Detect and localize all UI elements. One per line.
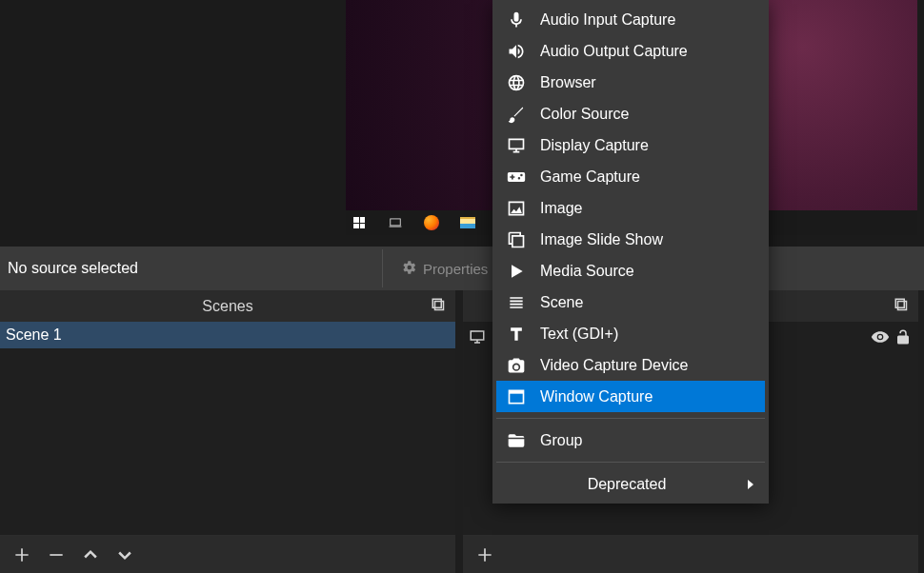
menu-label: Media Source — [540, 263, 634, 280]
file-explorer-icon[interactable] — [458, 213, 477, 232]
camera-icon — [506, 355, 527, 376]
panels-row: Scenes Scene 1 Sources — [0, 290, 924, 573]
menu-item-media-source[interactable]: Media Source — [496, 255, 765, 286]
list-icon — [506, 292, 527, 313]
add-source-button[interactable] — [471, 541, 499, 569]
monitor-icon — [506, 135, 527, 156]
preview-area — [0, 0, 924, 247]
menu-label: Image — [540, 200, 582, 217]
separator — [382, 249, 383, 287]
scenes-panel: Scenes Scene 1 — [0, 290, 455, 573]
properties-button[interactable]: Properties — [391, 253, 497, 285]
text-icon — [506, 324, 527, 345]
menu-label: Color Source — [540, 106, 629, 123]
globe-icon — [506, 72, 527, 93]
slides-icon — [506, 229, 527, 250]
scenes-header: Scenes — [0, 290, 455, 322]
menu-label: Browser — [540, 74, 596, 91]
menu-item-game-capture[interactable]: Game Capture — [496, 161, 765, 192]
add-source-menu: Audio Input CaptureAudio Output CaptureB… — [492, 0, 769, 504]
menu-item-display-capture[interactable]: Display Capture — [496, 129, 765, 161]
menu-label: Window Capture — [540, 388, 653, 405]
gear-icon — [400, 259, 417, 279]
menu-item-audio-output-capture[interactable]: Audio Output Capture — [496, 35, 765, 67]
menu-item-video-capture-device[interactable]: Video Capture Device — [496, 349, 765, 381]
status-bar: No source selected Properties — [0, 247, 924, 290]
menu-item-window-capture[interactable]: Window Capture — [496, 381, 765, 412]
no-source-selected-label: No source selected — [0, 260, 374, 277]
menu-item-image-slide-show[interactable]: Image Slide Show — [496, 224, 765, 255]
menu-separator — [496, 462, 765, 463]
menu-item-deprecated[interactable]: Deprecated — [496, 468, 765, 500]
float-icon[interactable] — [431, 297, 448, 314]
windows-start-icon[interactable] — [350, 213, 369, 232]
menu-item-image[interactable]: Image — [496, 192, 765, 224]
chevron-right-icon — [748, 480, 753, 489]
speaker-icon — [506, 41, 527, 62]
menu-separator — [496, 418, 765, 419]
add-scene-button[interactable] — [8, 541, 36, 569]
remove-scene-button[interactable] — [42, 541, 70, 569]
move-scene-down-button[interactable] — [110, 541, 139, 569]
visibility-toggle[interactable] — [869, 327, 892, 346]
lock-toggle[interactable] — [892, 328, 914, 346]
menu-item-audio-input-capture[interactable]: Audio Input Capture — [496, 4, 765, 35]
scenes-title: Scenes — [202, 298, 252, 315]
move-scene-up-button[interactable] — [76, 541, 105, 569]
scene-item[interactable]: Scene 1 — [0, 322, 455, 348]
menu-label: Display Capture — [540, 137, 649, 154]
menu-label: Audio Output Capture — [540, 43, 688, 60]
menu-item-scene[interactable]: Scene — [496, 286, 765, 318]
menu-item-group[interactable]: Group — [496, 425, 765, 456]
menu-label: Scene — [540, 294, 583, 311]
menu-item-browser[interactable]: Browser — [496, 67, 765, 98]
brush-icon — [506, 104, 527, 125]
task-view-icon[interactable] — [386, 213, 405, 232]
menu-item-color-source[interactable]: Color Source — [496, 98, 765, 129]
window-icon — [506, 386, 527, 407]
float-icon[interactable] — [894, 297, 911, 314]
gamepad-icon — [506, 167, 527, 188]
menu-label: Group — [540, 432, 582, 449]
menu-label: Audio Input Capture — [540, 11, 675, 29]
properties-label: Properties — [423, 261, 488, 277]
monitor-icon — [467, 328, 488, 346]
scenes-list[interactable]: Scene 1 — [0, 322, 455, 535]
sources-toolbar — [463, 535, 918, 573]
image-icon — [506, 198, 527, 219]
menu-item-text-gdi-[interactable]: Text (GDI+) — [496, 318, 765, 349]
menu-label: Game Capture — [540, 168, 640, 186]
mic-icon — [506, 10, 527, 30]
menu-label: Text (GDI+) — [540, 326, 618, 343]
scenes-toolbar — [0, 535, 455, 573]
folder-icon — [506, 430, 527, 451]
play-icon — [506, 261, 527, 282]
menu-label: Video Capture Device — [540, 357, 688, 374]
menu-label: Deprecated — [506, 476, 748, 493]
firefox-icon[interactable] — [422, 213, 441, 232]
menu-label: Image Slide Show — [540, 231, 663, 248]
